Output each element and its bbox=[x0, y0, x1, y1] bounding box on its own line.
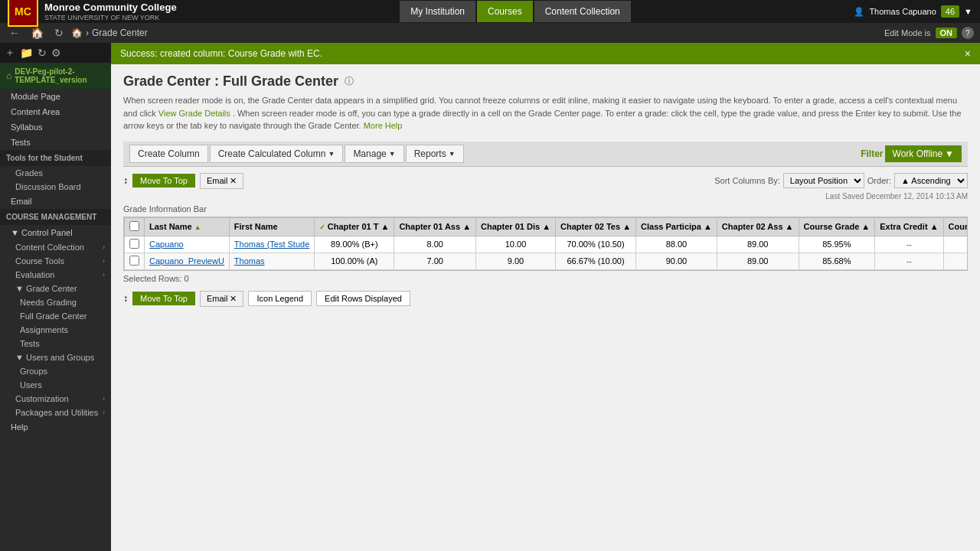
email-btn-bottom[interactable]: Email ✕ bbox=[200, 291, 244, 307]
row1-first-name[interactable]: Thomas (Test Stude bbox=[229, 236, 314, 253]
content-collection-btn[interactable]: Content Collection bbox=[534, 1, 631, 22]
more-help-link[interactable]: More Help bbox=[364, 121, 403, 130]
row1-ch02t[interactable]: 70.00% (10.50) bbox=[556, 236, 636, 253]
row1-ch01a[interactable]: 8.00 bbox=[394, 236, 476, 253]
header-ch02t[interactable]: Chapter 02 Tes ▲ bbox=[556, 217, 636, 236]
create-calculated-btn[interactable]: Create Calculated Column ▼ bbox=[210, 145, 344, 163]
header-ch01a[interactable]: Chapter 01 Ass ▲ bbox=[394, 217, 476, 236]
sidebar-item-tests[interactable]: Tests bbox=[0, 135, 111, 150]
sidebar-item-packages[interactable]: Packages and Utilities › bbox=[0, 406, 111, 419]
header-course-grade-w[interactable]: Course Grade w ▲ bbox=[943, 217, 968, 236]
help-icon[interactable]: ? bbox=[962, 27, 974, 39]
courses-btn[interactable]: Courses bbox=[477, 1, 533, 22]
row2-first-name[interactable]: Thomas bbox=[229, 253, 314, 269]
user-dropdown-icon[interactable]: ▼ bbox=[964, 7, 972, 16]
email-btn-top[interactable]: Email ✕ bbox=[200, 173, 244, 189]
sidebar-item-users-groups[interactable]: ▼ Users and Groups bbox=[0, 350, 111, 364]
row2-last-name-link[interactable]: Capuano_PreviewU bbox=[149, 256, 224, 266]
row2-course-grade[interactable]: 85.68% bbox=[799, 253, 875, 269]
edit-mode-value[interactable]: ON bbox=[936, 28, 958, 38]
row1-last-name-link[interactable]: Capuano bbox=[149, 240, 184, 249]
sidebar-refresh-icon[interactable]: ↻ bbox=[38, 47, 47, 59]
sidebar-item-needs-grading[interactable]: Needs Grading bbox=[0, 295, 111, 309]
sidebar-item-customization[interactable]: Customization › bbox=[0, 392, 111, 406]
home-btn[interactable]: 🏠 bbox=[28, 25, 47, 41]
row1-ch01t[interactable]: 89.00% (B+) bbox=[315, 236, 394, 253]
header-ch01t[interactable]: ✓ Chapter 01 T ▲ bbox=[315, 217, 394, 236]
move-to-top-btn-bottom[interactable]: Move To Top bbox=[132, 292, 195, 305]
success-close-btn[interactable]: × bbox=[965, 47, 971, 60]
header-course-grade-w-label: Course Grade w bbox=[949, 222, 968, 231]
view-grade-details-link[interactable]: View Grade Details bbox=[158, 109, 230, 118]
sidebar-item-gc-tests[interactable]: Tests bbox=[0, 337, 111, 350]
sidebar-item-evaluation[interactable]: Evaluation › bbox=[0, 268, 111, 282]
sidebar-item-course-tools[interactable]: Course Tools › bbox=[0, 254, 111, 268]
my-institution-btn[interactable]: My Institution bbox=[400, 1, 475, 22]
create-column-btn[interactable]: Create Column bbox=[129, 145, 208, 163]
sidebar-item-grade-center[interactable]: ▼ Grade Center bbox=[0, 282, 111, 295]
reports-btn[interactable]: Reports ▼ bbox=[406, 145, 464, 163]
row1-extra-credit[interactable]: -- bbox=[875, 236, 943, 253]
grade-info-bar[interactable]: Grade Information Bar bbox=[123, 203, 968, 217]
edit-rows-displayed-btn[interactable]: Edit Rows Displayed bbox=[316, 291, 410, 306]
manage-btn[interactable]: Manage ▼ bbox=[345, 145, 403, 163]
sidebar-item-syllabus[interactable]: Syllabus bbox=[0, 119, 111, 135]
sidebar-item-email[interactable]: Email bbox=[0, 194, 111, 209]
icon-legend-btn[interactable]: Icon Legend bbox=[248, 291, 312, 306]
row1-class-p[interactable]: 88.00 bbox=[636, 236, 717, 253]
sidebar-item-content-collection[interactable]: Content Collection › bbox=[0, 240, 111, 254]
row1-course-grade[interactable]: 85.95% bbox=[799, 236, 875, 253]
description-text-2: . When screen reader mode is off, you ca… bbox=[123, 109, 962, 131]
sidebar-item-users[interactable]: Users bbox=[0, 378, 111, 392]
sidebar-item-discussion-board[interactable]: Discussion Board bbox=[0, 180, 111, 194]
back-btn[interactable]: ← bbox=[6, 25, 23, 41]
user-icon: 👤 bbox=[854, 7, 864, 17]
row2-checkbox[interactable] bbox=[129, 256, 139, 266]
select-all-checkbox[interactable] bbox=[129, 221, 139, 231]
sidebar-item-control-panel[interactable]: ▼ Control Panel bbox=[0, 225, 111, 240]
sidebar-item-assignments[interactable]: Assignments bbox=[0, 323, 111, 337]
row2-class-p[interactable]: 90.00 bbox=[636, 253, 717, 269]
page-info-icon[interactable]: ⓘ bbox=[345, 75, 354, 88]
row2-extra-credit[interactable]: -- bbox=[875, 253, 943, 269]
sidebar-item-help[interactable]: Help bbox=[0, 419, 111, 435]
work-offline-label: Work Offline bbox=[893, 148, 943, 159]
move-to-top-btn-top[interactable]: Move To Top bbox=[132, 174, 195, 187]
sidebar-item-grades[interactable]: Grades bbox=[0, 166, 111, 180]
order-select[interactable]: ▲ Ascending bbox=[894, 173, 968, 188]
sidebar-add-icon[interactable]: ＋ bbox=[5, 46, 15, 60]
sidebar-folder-icon[interactable]: 📁 bbox=[20, 47, 33, 59]
header-first-name[interactable]: First Name bbox=[229, 217, 314, 236]
row2-ch02a[interactable]: 89.00 bbox=[717, 253, 799, 269]
row1-last-name[interactable]: Capuano bbox=[145, 236, 230, 253]
header-extra-credit[interactable]: Extra Credit ▲ bbox=[875, 217, 943, 236]
row2-ch01a[interactable]: 7.00 bbox=[394, 253, 476, 269]
header-class-p[interactable]: Class Participa ▲ bbox=[636, 217, 717, 236]
sidebar-item-module-page[interactable]: Module Page bbox=[0, 89, 111, 104]
header-last-name[interactable]: Last Name ▲ bbox=[145, 217, 230, 236]
row1-course-grade-w[interactable]: 85.95% bbox=[943, 236, 968, 253]
row1-ch02a[interactable]: 89.00 bbox=[717, 236, 799, 253]
row2-ch01d[interactable]: 9.00 bbox=[476, 253, 556, 269]
row2-course-grade-w[interactable]: 85.68% bbox=[943, 253, 968, 269]
row2-ch01t[interactable]: 100.00% (A) bbox=[315, 253, 394, 269]
row1-checkbox[interactable] bbox=[129, 239, 139, 249]
row2-last-name[interactable]: Capuano_PreviewU bbox=[145, 253, 230, 269]
row1-first-name-link[interactable]: Thomas (Test Stude bbox=[234, 240, 309, 249]
sidebar-item-content-area[interactable]: Content Area bbox=[0, 104, 111, 119]
row2-first-name-link[interactable]: Thomas bbox=[234, 256, 265, 266]
refresh-btn[interactable]: ↻ bbox=[51, 25, 67, 41]
sidebar-settings-icon[interactable]: ⚙ bbox=[51, 47, 61, 59]
work-offline-btn[interactable]: Work Offline ▼ bbox=[885, 145, 962, 162]
row2-ch02t[interactable]: 66.67% (10.00) bbox=[556, 253, 636, 269]
row2-checkbox-cell bbox=[125, 253, 145, 269]
filter-btn[interactable]: Filter bbox=[861, 148, 883, 159]
header-ch01d[interactable]: Chapter 01 Dis ▲ bbox=[476, 217, 556, 236]
sidebar-item-groups[interactable]: Groups bbox=[0, 364, 111, 378]
sort-by-select[interactable]: Layout Position bbox=[783, 173, 864, 188]
header-ch02a[interactable]: Chapter 02 Ass ▲ bbox=[717, 217, 799, 236]
sidebar-course[interactable]: ⌂ DEV-Peg-pilot-2-TEMPLATE_version bbox=[0, 63, 111, 89]
row1-ch01d[interactable]: 10.00 bbox=[476, 236, 556, 253]
header-course-grade[interactable]: Course Grade ▲ bbox=[799, 217, 875, 236]
sidebar-item-full-grade-center[interactable]: Full Grade Center bbox=[0, 309, 111, 323]
